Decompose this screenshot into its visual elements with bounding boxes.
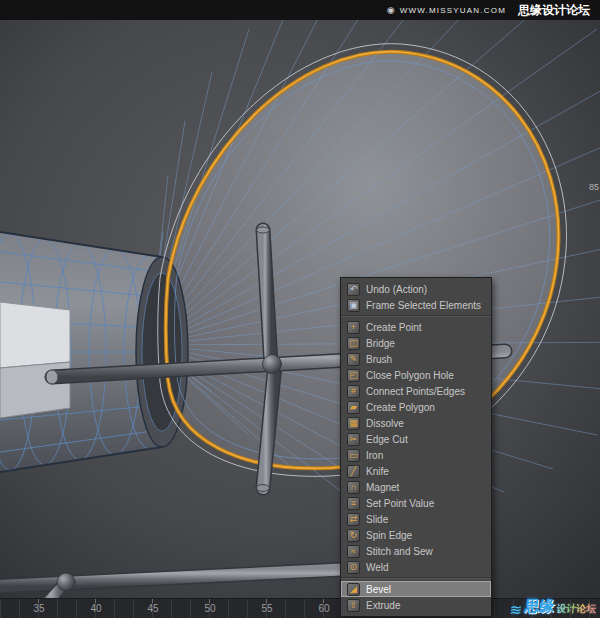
knife-icon: ╱ — [347, 465, 360, 478]
viewport-3d[interactable] — [0, 20, 600, 598]
ruler-tick: 35 — [29, 603, 49, 614]
menu-item-stitch-and-sew[interactable]: ≈ Stitch and Sew — [341, 543, 491, 559]
menu-item-label: Undo (Action) — [366, 284, 427, 295]
brush-icon: ✎ — [347, 353, 360, 366]
extrude-icon: ⇧ — [347, 599, 360, 612]
magnet-icon: ∩ — [347, 481, 360, 494]
logo-swoosh-icon: ≋ — [509, 604, 523, 616]
menu-item-extrude[interactable]: ⇧ Extrude — [341, 597, 491, 613]
menu-item-label: Create Polygon — [366, 402, 435, 413]
menu-item-magnet[interactable]: ∩ Magnet — [341, 479, 491, 495]
menu-item-label: Bridge — [366, 338, 395, 349]
menu-item-label: Close Polygon Hole — [366, 370, 454, 381]
menu-item-label: Slide — [366, 514, 388, 525]
connect-points-edges-icon: # — [347, 385, 360, 398]
iron-icon: ▭ — [347, 449, 360, 462]
menu-item-label: Connect Points/Edges — [366, 386, 465, 397]
menu-item-create-point[interactable]: + Create Point — [341, 319, 491, 335]
logo-sub-text: 设计论坛 — [556, 602, 597, 616]
bottom-watermark-logo: ≋ 思缘 设计论坛 — [509, 597, 598, 616]
frame-selected-icon: ▣ — [347, 299, 360, 312]
weld-icon: ⊙ — [347, 561, 360, 574]
menu-item-brush[interactable]: ✎ Brush — [341, 351, 491, 367]
top-watermark-brand: 思缘设计论坛 — [518, 2, 590, 19]
menu-item-label: Bevel — [366, 584, 391, 595]
menu-item-knife[interactable]: ╱ Knife — [341, 463, 491, 479]
slide-icon: ⇄ — [347, 513, 360, 526]
right-ruler-value: 85 — [589, 182, 599, 192]
menu-item-dissolve[interactable]: ▦ Dissolve — [341, 415, 491, 431]
ruler-tick: 60 — [314, 603, 334, 614]
top-site-text: WWW.MISSYUAN.COM — [400, 6, 506, 15]
menu-item-create-polygon[interactable]: ▰ Create Polygon — [341, 399, 491, 415]
globe-icon: ◉ — [387, 5, 396, 15]
create-point-icon: + — [347, 321, 360, 334]
undo-icon: ↶ — [347, 283, 360, 296]
logo-main-text: 思缘 — [524, 597, 556, 616]
ruler-tick: 55 — [257, 603, 277, 614]
menu-item-label: Stitch and Sew — [366, 546, 433, 557]
menu-separator — [342, 577, 490, 579]
menu-item-iron[interactable]: ▭ Iron — [341, 447, 491, 463]
menu-separator — [342, 315, 490, 317]
menu-item-label: Frame Selected Elements — [366, 300, 481, 311]
menu-item-label: Brush — [366, 354, 392, 365]
menu-item-spin-edge[interactable]: ↻ Spin Edge — [341, 527, 491, 543]
set-point-value-icon: ≡ — [347, 497, 360, 510]
menu-item-connect-points-edges[interactable]: # Connect Points/Edges — [341, 383, 491, 399]
top-watermark-site: ◉ WWW.MISSYUAN.COM — [387, 5, 506, 15]
menu-item-label: Knife — [366, 466, 389, 477]
cinema4d-window: ◉ WWW.MISSYUAN.COM 思缘设计论坛 — [0, 0, 600, 618]
viewport-scene — [0, 20, 600, 598]
ruler-tick: 50 — [200, 603, 220, 614]
menu-item-set-point-value[interactable]: ≡ Set Point Value — [341, 495, 491, 511]
create-polygon-icon: ▰ — [347, 401, 360, 414]
menu-item-label: Extrude — [366, 600, 400, 611]
menu-item-bevel[interactable]: ◢ Bevel — [341, 581, 491, 597]
bridge-icon: ◫ — [347, 337, 360, 350]
menu-item-slide[interactable]: ⇄ Slide — [341, 511, 491, 527]
menu-item-frame-selected-elements[interactable]: ▣ Frame Selected Elements — [341, 297, 491, 313]
menu-item-label: Spin Edge — [366, 530, 412, 541]
dissolve-icon: ▦ — [347, 417, 360, 430]
menu-item-label: Edge Cut — [366, 434, 408, 445]
menu-item-label: Dissolve — [366, 418, 404, 429]
top-bar: ◉ WWW.MISSYUAN.COM 思缘设计论坛 — [0, 0, 600, 20]
menu-item-bridge[interactable]: ◫ Bridge — [341, 335, 491, 351]
menu-item-label: Create Point — [366, 322, 422, 333]
edge-cut-icon: ✂ — [347, 433, 360, 446]
menu-item-label: Weld — [366, 562, 389, 573]
cylinder-mesh — [0, 232, 188, 472]
menu-item-weld[interactable]: ⊙ Weld — [341, 559, 491, 575]
menu-item-label: Magnet — [366, 482, 399, 493]
menu-item-undo[interactable]: ↶ Undo (Action) — [341, 281, 491, 297]
ruler-tick: 45 — [143, 603, 163, 614]
stitch-and-sew-icon: ≈ — [347, 545, 360, 558]
menu-item-label: Iron — [366, 450, 383, 461]
context-menu: ↶ Undo (Action) ▣ Frame Selected Element… — [340, 277, 492, 617]
menu-item-edge-cut[interactable]: ✂ Edge Cut — [341, 431, 491, 447]
selected-polygon-panel — [0, 302, 70, 368]
close-polygon-hole-icon: ◰ — [347, 369, 360, 382]
spin-edge-icon: ↻ — [347, 529, 360, 542]
bevel-icon: ◢ — [347, 583, 360, 596]
ruler-tick: 40 — [86, 603, 106, 614]
menu-item-label: Set Point Value — [366, 498, 434, 509]
menu-item-close-polygon-hole[interactable]: ◰ Close Polygon Hole — [341, 367, 491, 383]
